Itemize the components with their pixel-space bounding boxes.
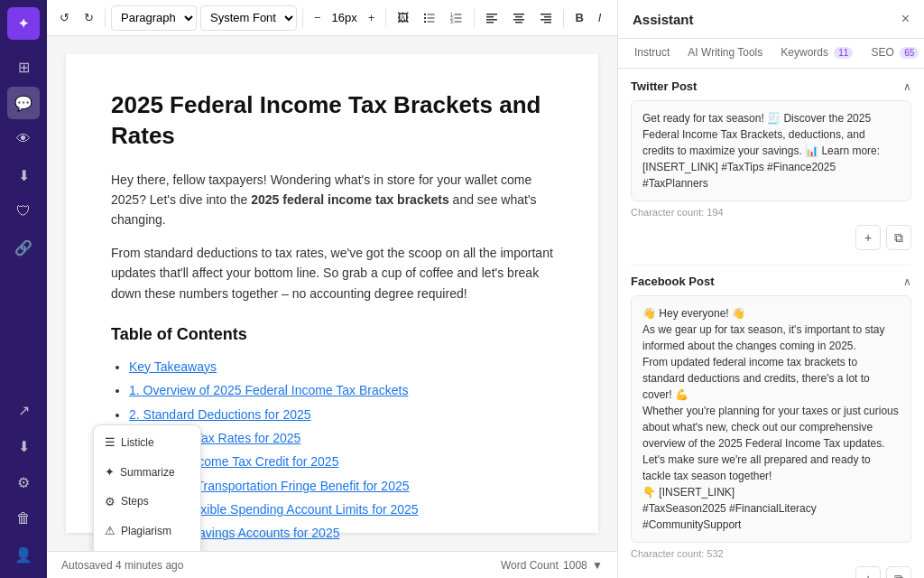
svg-rect-18 <box>513 19 524 21</box>
paragraph-select[interactable]: Paragraph Heading 1 Heading 2 <box>111 5 197 31</box>
listicle-label: Listicle <box>121 434 154 452</box>
document[interactable]: 2025 Federal Income Tax Brackets and Rat… <box>66 54 598 533</box>
tab-seo[interactable]: SEO 65 <box>862 39 924 68</box>
toc-heading: Table of Contents <box>111 322 553 348</box>
toc-link-2[interactable]: 1. Overview of 2025 Federal Income Tax B… <box>129 383 408 397</box>
increase-font-button[interactable]: + <box>363 5 381 31</box>
svg-rect-17 <box>515 16 522 18</box>
decrease-font-button[interactable]: − <box>309 5 327 31</box>
listicle-button[interactable]: ☰ Listicle <box>97 429 197 457</box>
sidebar-icon-share[interactable]: ↗ <box>7 394 40 426</box>
tab-keywords[interactable]: Keywords 11 <box>772 39 862 68</box>
plagiarism-label: Plagiarism <box>121 523 171 540</box>
facebook-copy-button[interactable]: ⧉ <box>886 566 911 578</box>
assistant-panel: Assistant × Instruct AI Writing Tools Ke… <box>617 0 924 578</box>
doc-intro-1: Hey there, fellow taxpayers! Wondering w… <box>111 170 553 230</box>
redo-button[interactable]: ↻ <box>79 5 99 31</box>
facebook-char-count: Character count: 532 <box>631 548 911 559</box>
sidebar-icon-trash[interactable]: 🗑 <box>7 502 40 535</box>
steps-icon: ⚙ <box>105 493 116 512</box>
doc-bold-text: 2025 federal income tax brackets <box>251 192 448 207</box>
assistant-content[interactable]: Twitter Post ∧ Get ready for tax season!… <box>618 69 924 578</box>
twitter-add-button[interactable]: + <box>855 225 881 250</box>
steps-label: Steps <box>121 493 149 510</box>
sidebar-icon-dashboard[interactable]: ⊞ <box>7 51 40 83</box>
undo-button[interactable]: ↺ <box>54 5 75 31</box>
svg-rect-22 <box>541 19 551 21</box>
italic-button[interactable]: I <box>593 5 607 31</box>
svg-text:3.: 3. <box>450 19 454 24</box>
word-count-display[interactable]: Word Count 1008 ▼ <box>501 559 603 572</box>
close-button[interactable]: × <box>901 11 910 27</box>
toc-link-1[interactable]: Key Takeaways <box>129 359 217 374</box>
svg-rect-1 <box>428 14 435 14</box>
editor-area[interactable]: 2025 Federal Income Tax Brackets and Rat… <box>47 36 617 551</box>
document-title: 2025 Federal Income Tax Brackets and Rat… <box>111 90 553 152</box>
align-center-button[interactable] <box>507 5 531 31</box>
toolbar: ↺ ↻ Paragraph Heading 1 Heading 2 System… <box>47 0 617 36</box>
svg-rect-13 <box>486 16 494 18</box>
tab-instruct[interactable]: Instruct <box>625 39 679 68</box>
facebook-content: 👋 Hey everyone! 👋 As we gear up for tax … <box>631 295 911 543</box>
doc-intro-2: From standard deductions to tax rates, w… <box>111 243 553 303</box>
sidebar-icon-shield[interactable]: 🛡 <box>7 195 40 228</box>
align-right-button[interactable] <box>534 5 558 31</box>
svg-rect-16 <box>513 14 524 15</box>
twitter-copy-button[interactable]: ⧉ <box>886 225 911 250</box>
svg-rect-19 <box>515 22 522 23</box>
list-ol-button[interactable]: 1.2.3. <box>445 5 468 31</box>
font-select[interactable]: System Font <box>200 5 297 31</box>
word-count-value: 1008 <box>563 559 587 572</box>
svg-rect-23 <box>544 22 551 23</box>
facebook-title: Facebook Post <box>631 275 714 288</box>
align-left-button[interactable] <box>480 5 504 31</box>
sidebar-icon-link[interactable]: 🔗 <box>7 231 40 264</box>
assistant-title: Assistant <box>633 12 694 27</box>
seo-label: SEO <box>871 46 893 59</box>
image-button[interactable]: 🖼 <box>392 5 414 31</box>
sidebar-icon-download2[interactable]: ⬇ <box>7 430 40 462</box>
sidebar-icon-chat[interactable]: 💬 <box>7 87 40 119</box>
facebook-add-button[interactable]: + <box>855 566 881 578</box>
plagiarism-icon: ⚠ <box>105 522 116 541</box>
sidebar-icon-user[interactable]: 👤 <box>7 538 40 571</box>
sidebar-icon-settings[interactable]: ⚙ <box>7 466 40 499</box>
main-area: ↺ ↻ Paragraph Heading 1 Heading 2 System… <box>47 0 617 578</box>
summarize-icon: ✦ <box>105 463 115 482</box>
word-count-label: Word Count <box>501 559 559 572</box>
sidebar-icon-download[interactable]: ⬇ <box>7 159 40 191</box>
svg-rect-9 <box>455 17 462 18</box>
twitter-chevron[interactable]: ∧ <box>903 80 911 93</box>
toolbar-divider-2 <box>302 9 303 27</box>
toolbar-divider-1 <box>105 9 106 27</box>
facebook-header: Facebook Post ∧ <box>631 275 911 288</box>
svg-rect-11 <box>455 21 462 22</box>
svg-rect-14 <box>486 19 497 21</box>
facebook-chevron[interactable]: ∧ <box>903 275 911 288</box>
toc-link-3[interactable]: 2. Standard Deductions for 2025 <box>129 407 311 422</box>
list-ul-button[interactable] <box>418 5 441 31</box>
steps-button[interactable]: ⚙ Steps <box>97 489 197 517</box>
app-logo[interactable]: ✦ <box>7 7 40 40</box>
twitter-content: Get ready for tax season! 🧾 Discover the… <box>631 100 911 201</box>
svg-rect-2 <box>424 17 426 19</box>
divider-1 <box>631 265 911 266</box>
autosave-status: Autosaved 4 minutes ago <box>61 559 183 572</box>
twitter-header: Twitter Post ∧ <box>631 79 911 93</box>
svg-rect-12 <box>486 14 497 15</box>
twitter-section: Twitter Post ∧ Get ready for tax season!… <box>631 79 911 250</box>
tab-ai-writing-tools[interactable]: AI Writing Tools <box>679 39 772 68</box>
twitter-char-count: Character count: 194 <box>631 207 911 218</box>
svg-rect-0 <box>424 14 426 15</box>
bold-button[interactable]: B <box>569 5 588 31</box>
svg-rect-3 <box>428 17 435 18</box>
facebook-actions: + ⧉ <box>631 566 911 578</box>
sidebar-icon-eye[interactable]: 👁 <box>7 123 40 155</box>
fact-check-button[interactable]: ✓ Fact check <box>97 547 197 551</box>
floating-toolbar: ☰ Listicle ✦ Summarize ⚙ Steps ⚠ Plagiar… <box>93 424 201 551</box>
twitter-actions: + ⧉ <box>631 225 911 250</box>
summarize-button[interactable]: ✦ Summarize <box>97 459 197 487</box>
toc-item-2: 1. Overview of 2025 Federal Income Tax B… <box>129 380 553 400</box>
toolbar-divider-3 <box>385 9 386 27</box>
plagiarism-button[interactable]: ⚠ Plagiarism <box>97 517 197 545</box>
